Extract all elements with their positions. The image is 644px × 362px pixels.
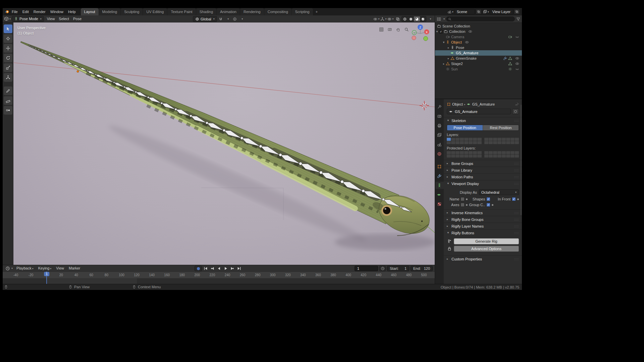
armature-layer-cell[interactable]	[493, 151, 497, 154]
panel-skeleton[interactable]: ▼Skeleton::::	[444, 117, 522, 124]
shading-material-button[interactable]	[414, 16, 420, 22]
armature-layer-cell[interactable]	[460, 155, 464, 158]
shading-rendered-button[interactable]	[420, 16, 426, 22]
tool-pose-breakdowner[interactable]	[4, 106, 12, 115]
panel-pose-library[interactable]: ▸Pose Library::::	[444, 167, 522, 173]
armature-layer-cell[interactable]	[502, 138, 506, 141]
armature-layer-cell[interactable]	[464, 151, 468, 154]
checkbox-axes[interactable]	[461, 203, 465, 207]
rest-position-button[interactable]: Rest Position	[483, 125, 519, 130]
armature-layer-cell[interactable]	[515, 151, 519, 154]
checkbox-name[interactable]	[461, 197, 465, 201]
tool-scale[interactable]	[4, 63, 12, 72]
new-view-layer-button[interactable]	[514, 9, 520, 14]
armature-layer-cell[interactable]	[497, 151, 501, 154]
armature-layer-cell[interactable]	[473, 151, 477, 154]
shading-wireframe-button[interactable]	[402, 16, 408, 22]
armature-layer-cell[interactable]	[447, 151, 451, 154]
armature-layer-cell[interactable]	[464, 141, 468, 144]
armature-layer-cell[interactable]	[484, 138, 488, 141]
chevron-down-icon[interactable]: ▼	[435, 30, 439, 33]
shading-options-dropdown[interactable]: ▾	[427, 16, 433, 22]
panel-viewport-display[interactable]: ▼Viewport Display::::	[444, 180, 522, 187]
workspace-tab-rendering[interactable]: Rendering	[240, 8, 264, 15]
armature-layer-cell[interactable]	[477, 151, 481, 154]
outliner-row-camera[interactable]: Camera	[435, 34, 522, 40]
chevron-down-icon[interactable]: ▼	[442, 41, 446, 44]
workspace-tab-modeling[interactable]: Modeling	[99, 8, 121, 15]
timeline-ruler[interactable]: -40-202040608010012014016018020022024026…	[3, 272, 435, 278]
viewport-menu-select[interactable]: Select	[57, 15, 71, 22]
armature-layer-cell[interactable]	[484, 155, 488, 158]
eye-closed-icon[interactable]	[514, 67, 520, 71]
armature-layer-cell[interactable]	[515, 155, 519, 158]
topbar-menu-edit[interactable]: Edit	[20, 8, 31, 15]
armature-layer-cell[interactable]	[493, 155, 497, 158]
outliner-row-object[interactable]: ▼ Object	[435, 40, 522, 45]
decorator-dot[interactable]	[466, 204, 468, 206]
props-tab-modifiers[interactable]	[435, 172, 444, 180]
armature-layer-cell[interactable]	[451, 138, 455, 141]
armature-layer-cell[interactable]	[484, 141, 488, 144]
timeline-menu-view[interactable]: View	[54, 265, 66, 272]
armature-layer-cell[interactable]	[455, 151, 460, 154]
eye-closed-icon[interactable]	[514, 35, 520, 39]
xray-toggle-button[interactable]	[394, 16, 401, 22]
new-scene-button[interactable]	[476, 9, 482, 14]
tool-transform[interactable]	[4, 73, 12, 82]
navigation-gizmo[interactable]: Z X Y	[410, 23, 431, 44]
gizmo-neg-y-axis[interactable]	[424, 37, 428, 41]
armature-layer-cell[interactable]	[464, 138, 468, 141]
chevron-right-icon[interactable]: ▸	[446, 46, 450, 49]
zoom-magnifier-button[interactable]	[403, 26, 410, 33]
viewport-menu-pose[interactable]: Pose	[71, 15, 84, 22]
armature-layer-cell[interactable]	[511, 141, 515, 144]
timeline-menu-marker[interactable]: Marker	[66, 265, 83, 272]
armature-layer-cell[interactable]	[451, 141, 455, 144]
props-tab-render[interactable]	[435, 113, 444, 120]
outliner-row-pose[interactable]: ▸ Pose	[435, 45, 522, 50]
add-workspace-button[interactable]: +	[313, 8, 320, 15]
armature-layer-cell[interactable]	[489, 138, 493, 141]
armature-bones[interactable]	[28, 45, 413, 214]
eye-icon[interactable]	[514, 56, 520, 60]
snap-options-dropdown[interactable]: ▾	[225, 16, 231, 22]
light-data-icon[interactable]	[508, 67, 512, 71]
start-frame-field[interactable]: Start:1	[387, 266, 409, 271]
current-frame-badge[interactable]: 1	[44, 272, 50, 276]
scene-icon[interactable]: ▾	[447, 10, 453, 14]
armature-layer-cell[interactable]	[460, 151, 464, 154]
workspace-tab-uv-editing[interactable]: UV Editing	[143, 8, 167, 15]
tool-select-box[interactable]	[4, 24, 12, 33]
viewport-menu-view[interactable]: View	[45, 15, 57, 22]
tool-move[interactable]	[4, 44, 12, 53]
armature-layer-cell[interactable]	[477, 138, 481, 141]
armature-layer-cell[interactable]	[469, 138, 473, 141]
timeline-menu-keying[interactable]: Keying▾	[36, 265, 54, 272]
pose-position-button[interactable]: Pose Position	[447, 125, 483, 130]
filter-icon[interactable]	[516, 17, 520, 21]
use-preview-range-button[interactable]	[379, 266, 386, 271]
topbar-menu-render[interactable]: Render	[31, 8, 48, 15]
tool-annotate[interactable]	[4, 86, 12, 95]
timeline-editor-dropdown[interactable]: ▾	[4, 266, 14, 271]
props-tab-object[interactable]	[435, 163, 444, 170]
armature-layer-cell[interactable]	[455, 155, 460, 158]
panel-bone-groups[interactable]: ▸Bone Groups::::	[444, 160, 522, 167]
outliner-editor-icon[interactable]	[437, 17, 441, 21]
workspace-tab-shading[interactable]: Shading	[196, 8, 216, 15]
armature-layer-cell[interactable]	[473, 155, 477, 158]
armature-layer-cell[interactable]	[497, 141, 501, 144]
eye-icon[interactable]	[514, 62, 520, 66]
armature-layer-cell[interactable]	[469, 141, 473, 144]
armature-layer-cell[interactable]	[477, 141, 481, 144]
armature-layer-cell[interactable]	[447, 155, 451, 158]
armature-layer-cell[interactable]	[447, 141, 451, 144]
armature-layer-cell[interactable]	[451, 155, 455, 158]
armature-layer-cell[interactable]	[460, 141, 464, 144]
eye-icon[interactable]	[464, 40, 470, 44]
pin-icon[interactable]	[515, 102, 519, 106]
end-frame-field[interactable]: End:120	[411, 266, 433, 271]
armature-layer-cell[interactable]	[497, 155, 501, 158]
panel-rigify-bone-groups[interactable]: ▸Rigify Bone Groups::::	[444, 216, 522, 223]
